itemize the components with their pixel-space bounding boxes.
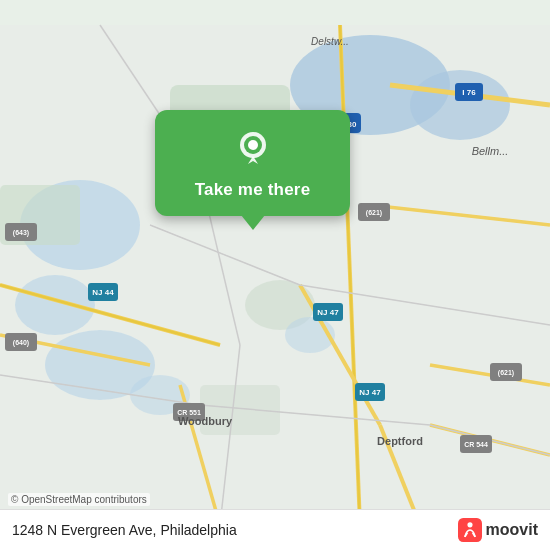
svg-point-4	[410, 70, 510, 140]
svg-text:(621): (621)	[498, 369, 514, 377]
map-container: US·130 I 76 NJ 44 NJ 47 NJ 47 (643) (640…	[0, 0, 550, 550]
location-pin-icon	[232, 128, 274, 170]
svg-text:I 76: I 76	[462, 88, 476, 97]
take-me-there-button[interactable]: Take me there	[195, 180, 311, 200]
bottom-info-bar: 1248 N Evergreen Ave, Philadelphia moovi…	[0, 509, 550, 550]
svg-text:Woodbury: Woodbury	[178, 415, 233, 427]
svg-text:Delstw...: Delstw...	[311, 36, 349, 47]
map-attribution: © OpenStreetMap contributors	[8, 493, 150, 506]
svg-text:(621): (621)	[366, 209, 382, 217]
svg-text:NJ 44: NJ 44	[92, 288, 114, 297]
svg-point-60	[248, 140, 258, 150]
svg-point-2	[15, 275, 95, 335]
svg-text:Bellm...: Bellm...	[472, 145, 509, 157]
navigation-card: Take me there	[155, 110, 350, 216]
moovit-logo-icon	[458, 518, 482, 542]
svg-text:NJ 47: NJ 47	[359, 388, 381, 397]
moovit-logo: moovit	[458, 518, 538, 542]
svg-text:NJ 47: NJ 47	[317, 308, 339, 317]
svg-text:Deptford: Deptford	[377, 435, 423, 447]
svg-text:(643): (643)	[13, 229, 29, 237]
map-background: US·130 I 76 NJ 44 NJ 47 NJ 47 (643) (640…	[0, 0, 550, 550]
svg-rect-11	[200, 385, 280, 435]
moovit-logo-text: moovit	[486, 521, 538, 539]
svg-text:(640): (640)	[13, 339, 29, 347]
address-label: 1248 N Evergreen Ave, Philadelphia	[12, 522, 237, 538]
svg-text:CR 544: CR 544	[464, 441, 488, 448]
svg-point-62	[467, 522, 472, 527]
